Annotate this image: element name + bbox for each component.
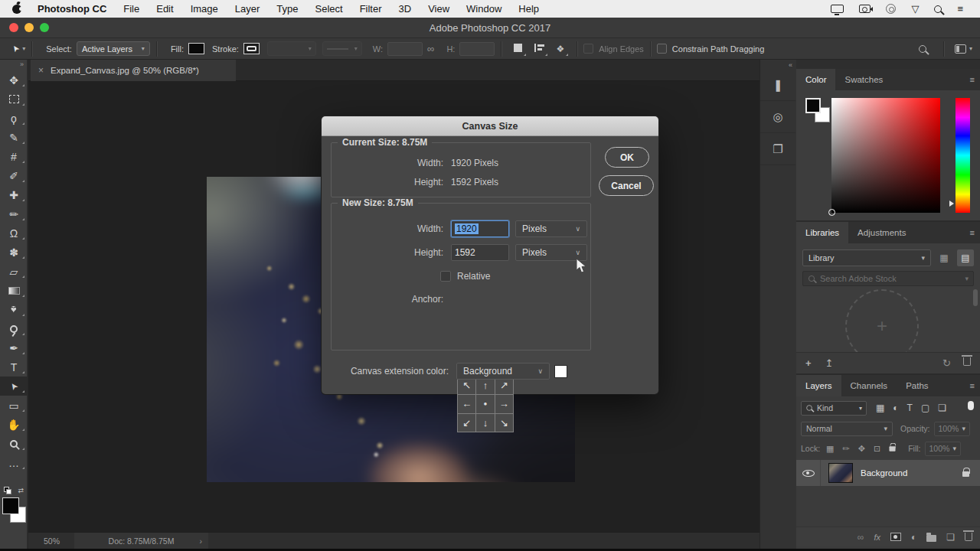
- layer-thumbnail[interactable]: [828, 463, 853, 483]
- eraser-tool[interactable]: ▱: [0, 262, 28, 281]
- adobe-stock-search-input[interactable]: Search Adobe Stock ▾: [802, 271, 974, 286]
- doc-size-indicator[interactable]: Doc: 8.75M/8.75M ›: [74, 533, 208, 549]
- menu-filter[interactable]: Filter: [351, 0, 390, 18]
- menu-type[interactable]: Type: [268, 0, 306, 18]
- rectangle-tool[interactable]: ▭: [0, 396, 28, 415]
- libraries-panel-menu-icon[interactable]: ≡: [970, 228, 974, 237]
- path-alignment-icon[interactable]: [534, 44, 544, 54]
- relative-checkbox[interactable]: [440, 271, 451, 282]
- current-tool-icon[interactable]: ➤▾: [12, 44, 25, 54]
- menu-window[interactable]: Window: [458, 0, 510, 18]
- collapsed-panel-button-3[interactable]: ❐: [760, 133, 795, 165]
- menu-edit[interactable]: Edit: [148, 0, 181, 18]
- notification-list-icon[interactable]: ≡: [957, 4, 963, 14]
- clone-stamp-tool[interactable]: Ω: [0, 223, 28, 243]
- layer-row-background[interactable]: Background: [796, 460, 980, 486]
- path-operations-icon[interactable]: [514, 44, 522, 54]
- lock-position-icon[interactable]: ✥: [858, 444, 865, 454]
- tab-layers[interactable]: Layers: [796, 375, 841, 396]
- zoom-window-button[interactable]: [40, 23, 49, 32]
- new-height-input[interactable]: 1592: [451, 244, 509, 261]
- menu-select[interactable]: Select: [306, 0, 351, 18]
- gradient-tool[interactable]: [0, 281, 28, 300]
- search-options-chevron-icon[interactable]: ▾: [965, 275, 969, 282]
- collapsed-panel-button-1[interactable]: ❚: [760, 69, 795, 101]
- new-group-icon[interactable]: [926, 535, 936, 542]
- toolbar-collapse-icon[interactable]: »: [0, 60, 27, 70]
- document-tab[interactable]: × Expand_Canvas.jpg @ 50% (RGB/8*): [31, 60, 236, 81]
- type-tool[interactable]: T: [0, 357, 28, 377]
- default-colors-icon[interactable]: [4, 487, 11, 494]
- layer-lock-icon[interactable]: [962, 471, 969, 477]
- filter-smart-objects-icon[interactable]: ❏: [938, 403, 946, 413]
- select-mode-dropdown[interactable]: Active Layers▾: [77, 41, 150, 56]
- new-width-input[interactable]: 1920: [451, 220, 509, 237]
- lock-paint-icon[interactable]: ✏: [843, 444, 850, 454]
- anchor-bottom-right[interactable]: ↘: [495, 414, 513, 432]
- dialog-title[interactable]: Canvas Size: [322, 116, 658, 136]
- saturation-brightness-picker[interactable]: [831, 98, 940, 213]
- tab-libraries[interactable]: Libraries: [796, 222, 848, 243]
- filter-shape-layers-icon[interactable]: ▢: [921, 403, 929, 413]
- crop-tool[interactable]: #: [0, 147, 28, 166]
- swap-colors-icon[interactable]: ⇄: [18, 487, 24, 494]
- layers-panel-menu-icon[interactable]: ≡: [970, 381, 974, 390]
- hue-slider[interactable]: [956, 98, 970, 213]
- stroke-swatch[interactable]: [243, 43, 260, 54]
- new-layer-icon[interactable]: ❏: [946, 532, 955, 543]
- menu-help[interactable]: Help: [510, 0, 547, 18]
- library-sync-icon[interactable]: ↻: [942, 357, 951, 369]
- wifi-icon[interactable]: ▽: [911, 4, 919, 14]
- status-chevron-icon[interactable]: ›: [200, 536, 203, 546]
- color-panel-menu-icon[interactable]: ≡: [970, 75, 974, 84]
- library-grid-view-icon[interactable]: ▦: [936, 249, 952, 266]
- link-layers-icon[interactable]: ∞: [858, 532, 864, 543]
- zoom-level-field[interactable]: 50%: [28, 536, 74, 546]
- lock-transparency-icon[interactable]: ▦: [826, 444, 834, 454]
- ok-button[interactable]: OK: [605, 147, 649, 168]
- search-icon[interactable]: [919, 45, 926, 53]
- collapsed-panel-button-2[interactable]: ◎: [760, 101, 795, 133]
- library-list-view-icon[interactable]: ▤: [957, 249, 974, 266]
- color-fg-bg-swatches[interactable]: [805, 98, 833, 126]
- menu-image[interactable]: Image: [182, 0, 227, 18]
- menu-app-name[interactable]: Photoshop CC: [29, 0, 115, 18]
- history-brush-tool[interactable]: ✽: [0, 243, 28, 262]
- layer-visibility-icon[interactable]: [802, 470, 815, 477]
- blur-tool[interactable]: ♠: [0, 300, 28, 319]
- workspace-switcher-icon[interactable]: [955, 44, 966, 54]
- tab-color[interactable]: Color: [796, 69, 835, 90]
- layer-style-icon[interactable]: fx: [874, 533, 880, 542]
- library-delete-icon[interactable]: [963, 357, 971, 366]
- close-tab-icon[interactable]: ×: [38, 65, 44, 76]
- menu-file[interactable]: File: [115, 0, 148, 18]
- screen-record-icon[interactable]: [859, 5, 871, 13]
- tab-channels[interactable]: Channels: [841, 375, 897, 396]
- library-add-icon[interactable]: +: [805, 357, 812, 369]
- workspace-chevron-icon[interactable]: ▾: [969, 45, 972, 52]
- library-scrollbar[interactable]: [973, 289, 978, 306]
- filter-pixel-layers-icon[interactable]: ▦: [876, 403, 884, 413]
- pen-tool[interactable]: ✒: [0, 338, 28, 357]
- width-unit-dropdown[interactable]: Pixels∨: [515, 220, 587, 237]
- menu-view[interactable]: View: [420, 0, 458, 18]
- marquee-tool[interactable]: [0, 90, 28, 109]
- dodge-tool[interactable]: [0, 319, 28, 338]
- filter-adjustment-layers-icon[interactable]: ◐: [893, 403, 898, 413]
- fill-swatch[interactable]: [188, 43, 204, 54]
- lock-artboard-icon[interactable]: ⊡: [874, 444, 880, 454]
- layer-filter-kind-dropdown[interactable]: Kind ▾: [801, 401, 867, 416]
- quick-selection-tool[interactable]: ✎: [0, 128, 28, 147]
- tool-options[interactable]: …: [0, 453, 28, 472]
- menu-layer[interactable]: Layer: [227, 0, 269, 18]
- tab-adjustments[interactable]: Adjustments: [848, 222, 915, 243]
- anchor-right[interactable]: →: [495, 395, 513, 412]
- add-layer-mask-icon[interactable]: [890, 533, 901, 541]
- spotlight-icon[interactable]: [934, 5, 942, 13]
- tab-swatches[interactable]: Swatches: [835, 69, 892, 90]
- close-window-button[interactable]: [9, 23, 18, 32]
- path-selection-tool[interactable]: ➤: [0, 377, 28, 396]
- path-arrangement-icon[interactable]: ❖: [556, 44, 564, 54]
- creative-cloud-icon[interactable]: [886, 4, 896, 14]
- foreground-color-swatch[interactable]: [2, 497, 19, 514]
